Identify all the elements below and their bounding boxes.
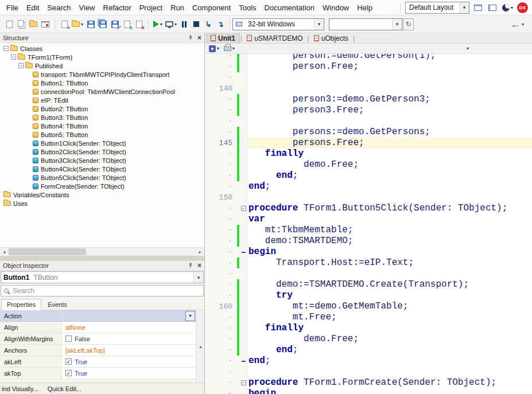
code-line-163[interactable]: · demo.Free; bbox=[205, 334, 532, 345]
step-over-button[interactable]: ↴ bbox=[215, 18, 226, 30]
code-line-145[interactable]: 145 persons.Free; bbox=[205, 138, 532, 149]
menu-project[interactable]: Project bbox=[135, 1, 166, 14]
chevron-down-icon[interactable]: ▾ bbox=[193, 272, 203, 283]
chevron-down-icon[interactable]: ▾ bbox=[392, 19, 402, 30]
refresh-button[interactable]: ↻ bbox=[403, 18, 414, 30]
save-as-button[interactable] bbox=[109, 18, 121, 30]
tree-item[interactable]: FormCreate(Sender: TObject) bbox=[0, 182, 204, 190]
code-line-142[interactable]: · person3.Free; bbox=[205, 105, 532, 116]
property-value[interactable]: alNone bbox=[62, 322, 196, 333]
fold-collapse-icon[interactable]: − bbox=[241, 206, 246, 211]
code-line-155[interactable]: ·begin bbox=[205, 247, 532, 258]
property-value[interactable]: [akLeft,akTop] bbox=[62, 345, 196, 356]
save-all-button[interactable] bbox=[97, 18, 108, 30]
menu-edit[interactable]: Edit bbox=[22, 1, 43, 14]
open-file-button[interactable] bbox=[15, 18, 27, 30]
code-line-141[interactable]: · person3:=demo.GetPerson3; bbox=[205, 94, 532, 105]
ide-search-input[interactable] bbox=[329, 19, 392, 30]
code-line-138[interactable]: · person.Free; bbox=[205, 61, 532, 72]
menu-component[interactable]: Component bbox=[188, 1, 235, 14]
menu-search[interactable]: Search bbox=[43, 1, 75, 14]
code-line-140[interactable]: 140 bbox=[205, 83, 532, 94]
code-line-159[interactable]: · try bbox=[205, 290, 532, 301]
code-line-160[interactable]: 160 mt:=demo.GetMemTable; bbox=[205, 301, 532, 312]
uses-list-dropdown[interactable]: ▾ bbox=[465, 46, 469, 51]
checkbox[interactable] bbox=[65, 336, 72, 342]
collapse-toggle-icon[interactable]: − bbox=[3, 46, 9, 51]
tree-item[interactable]: Button1: TButton bbox=[0, 79, 204, 87]
tree-item[interactable]: Button2Click(Sender: TObject) bbox=[0, 147, 204, 156]
tree-item[interactable]: −TForm1(TForm) bbox=[0, 53, 204, 61]
value-dropdown-button[interactable]: ▾ bbox=[185, 311, 195, 321]
tree-item[interactable]: Button4: TButton bbox=[0, 122, 204, 130]
tree-item[interactable]: Uses bbox=[0, 199, 204, 208]
fold-collapse-icon[interactable]: − bbox=[241, 380, 246, 385]
pause-button[interactable] bbox=[178, 18, 190, 30]
scroll-right-button[interactable]: ▸ bbox=[196, 248, 204, 256]
property-search-input[interactable] bbox=[11, 286, 200, 295]
structure-hscrollbar[interactable]: ◂ ▸ bbox=[0, 247, 204, 256]
code-line-151[interactable]: ·−procedure TForm1.Button5Click(Sender: … bbox=[205, 203, 532, 214]
menu-file[interactable]: File bbox=[2, 1, 22, 14]
menu-documentation[interactable]: Documentation bbox=[261, 1, 319, 14]
property-search-box[interactable] bbox=[1, 285, 204, 297]
scroll-up-button[interactable]: ▴ bbox=[196, 310, 204, 383]
new-unit-button[interactable]: + bbox=[59, 18, 70, 30]
code-line-167[interactable]: ·−procedure TForm1.FormCreate(Sender: TO… bbox=[205, 377, 532, 388]
run-without-debugging-button[interactable]: ▾ bbox=[164, 18, 178, 30]
fold-column[interactable]: − bbox=[239, 203, 247, 214]
code-line-158[interactable]: · demo:=TSMARTDEMO.Create(Transport); bbox=[205, 279, 532, 290]
dock-splitter[interactable] bbox=[0, 256, 204, 261]
save-button[interactable] bbox=[85, 18, 96, 30]
tree-item[interactable]: transport: TkbmMWTCPIPIndyClientTranspor… bbox=[0, 70, 204, 79]
code-line-147[interactable]: · demo.Free; bbox=[205, 159, 532, 170]
code-line-152[interactable]: ·var bbox=[205, 214, 532, 225]
code-line-143[interactable]: · bbox=[205, 116, 532, 127]
layout-selector[interactable]: Default Layout ▾ bbox=[405, 2, 469, 14]
add-to-project-button[interactable]: + bbox=[121, 18, 133, 30]
scrollbar-thumb[interactable] bbox=[9, 248, 86, 255]
close-icon[interactable]: × bbox=[197, 34, 201, 41]
trace-into-button[interactable]: ↳ bbox=[203, 18, 214, 30]
scroll-left-button[interactable]: ◂ bbox=[0, 248, 9, 256]
save-layout-button[interactable] bbox=[472, 1, 484, 14]
apply-layout-button[interactable] bbox=[487, 1, 498, 14]
tree-item[interactable]: Variables/Constants bbox=[0, 190, 204, 199]
fold-column[interactable]: − bbox=[239, 377, 247, 388]
remove-from-project-button[interactable]: × bbox=[133, 18, 145, 30]
property-row-anchors[interactable]: Anchors[akLeft,akTop] bbox=[0, 345, 196, 356]
tab-properties[interactable]: Properties bbox=[1, 299, 41, 310]
menu-view[interactable]: View bbox=[75, 1, 99, 14]
chevron-down-icon[interactable]: ▾ bbox=[314, 19, 324, 30]
close-icon[interactable]: × bbox=[197, 262, 201, 269]
tree-item[interactable]: eIP: TEdit bbox=[0, 96, 204, 104]
property-value[interactable]: False bbox=[62, 333, 196, 345]
print-button[interactable]: ▾ bbox=[223, 44, 236, 53]
view-form-button[interactable] bbox=[40, 18, 51, 30]
tree-item[interactable]: Button3Click(Sender: TObject) bbox=[0, 156, 204, 165]
code-line-144[interactable]: · persons:=demo.GetPersons; bbox=[205, 127, 532, 138]
object-selector[interactable]: Button1 TButton ▾ bbox=[1, 271, 204, 283]
code-line-148[interactable]: · end; bbox=[205, 170, 532, 181]
tree-item[interactable]: Button5: TButton bbox=[0, 130, 204, 139]
tree-item[interactable]: −Published bbox=[0, 61, 204, 70]
chevron-down-icon[interactable]: ▾ bbox=[459, 2, 469, 13]
brand-logo[interactable]: DX bbox=[517, 2, 528, 13]
editor-tab-usmartdemo[interactable]: uSMARTDEMO bbox=[243, 33, 306, 44]
tree-item[interactable]: Button1Click(Sender: TObject) bbox=[0, 139, 204, 147]
new-items-button[interactable] bbox=[3, 18, 15, 30]
code-line-150[interactable]: 150 bbox=[205, 192, 532, 203]
property-row-align[interactable]: AlignalNone bbox=[0, 322, 196, 333]
code-area[interactable]: · person:=demo.GetPerson(1);· person.Fre… bbox=[205, 54, 532, 394]
stop-button[interactable] bbox=[191, 18, 202, 30]
code-line-165[interactable]: ·end; bbox=[205, 356, 532, 366]
run-button[interactable]: ▾ bbox=[152, 18, 164, 30]
editor-tab-uobjects[interactable]: uObjects bbox=[310, 33, 352, 44]
menu-window[interactable]: Window bbox=[319, 1, 353, 14]
property-row-alignwithmargins[interactable]: AlignWithMarginsFalse bbox=[0, 333, 196, 345]
navigate-back-button[interactable]: ← ▾ bbox=[509, 18, 525, 30]
menu-run[interactable]: Run bbox=[166, 1, 188, 14]
tree-item[interactable]: Button3: TButton bbox=[0, 113, 204, 122]
open-project-button[interactable] bbox=[28, 18, 39, 30]
property-row-akleft[interactable]: akLeft✓True bbox=[0, 356, 196, 368]
